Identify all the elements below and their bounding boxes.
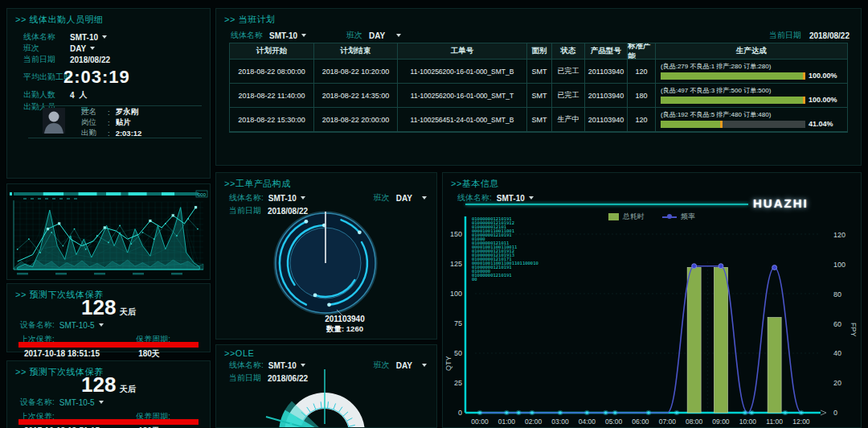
chevron-down-icon — [396, 34, 401, 37]
attendance-panel: >> 线体出勤人员明细 线体名称 SMT-10 班次 DAY 当前日期 2018… — [6, 8, 211, 179]
maintenance-panel-2: >> 预测下次线体保养 128 天后 设备名称: SMT-10-5 上次保养: … — [6, 360, 211, 428]
line-name-select[interactable]: SMT-10 — [269, 31, 306, 40]
composition-panel: >>工单产品构成 线体名称: SMT-10 班次 DAY 当前日期 2018/0… — [215, 172, 437, 340]
svg-text:120: 120 — [833, 231, 845, 239]
svg-text:100: 100 — [450, 290, 462, 298]
table-header-row: 计划开始 计划结束 工单号 面别 状态 产品型号 标准产能 生产达成 — [230, 43, 847, 60]
production-progress-bar — [661, 121, 805, 128]
production-progress-bar — [661, 97, 805, 104]
svg-text:09:00: 09:00 — [712, 418, 730, 426]
device-select[interactable]: SMT-10-5 — [59, 398, 104, 407]
chevron-down-icon — [90, 47, 95, 50]
attendance-title: >> 线体出勤人员明细 — [15, 14, 103, 26]
trend-decor-chart: 000 — [7, 184, 210, 279]
svg-text:FPY: FPY — [850, 323, 858, 337]
days-until-value: 128 — [81, 295, 116, 319]
svg-text:25: 25 — [454, 379, 462, 387]
person-attend-time: 2:03:12 — [116, 129, 142, 138]
svg-text:40: 40 — [833, 349, 841, 357]
production-progress-bar — [661, 72, 805, 80]
svg-text:0: 0 — [833, 409, 837, 417]
shift-label: 班次 — [23, 43, 70, 54]
svg-text:01:00: 01:00 — [498, 418, 516, 426]
svg-text:60: 60 — [833, 320, 841, 328]
ole-gauge — [216, 345, 436, 427]
trend-panel: 000 — [6, 183, 211, 280]
svg-text:04:00: 04:00 — [579, 418, 596, 426]
table-row: 2018-08-22 11:40:00 2018-08-22 14:35:00 … — [230, 84, 847, 108]
svg-text:125: 125 — [450, 260, 462, 268]
shift-plan-table: 计划开始 计划结束 工单号 面别 状态 产品型号 标准产能 生产达成 2018-… — [229, 43, 848, 133]
shift-plan-panel: >> 当班计划 线体名称 SMT-10 班次 DAY 当前日期 2018/08/… — [215, 8, 862, 166]
shift-select[interactable]: DAY — [70, 44, 95, 53]
person-position: 贴片 — [116, 117, 131, 128]
svg-text:150: 150 — [450, 230, 462, 238]
date-value: 2018/08/22 — [70, 56, 110, 64]
svg-text:50: 50 — [454, 349, 462, 357]
svg-text:0: 0 — [458, 409, 462, 417]
days-until-unit: 天后 — [120, 307, 136, 316]
shift-label: 班次 — [346, 30, 362, 41]
divider — [28, 105, 202, 106]
line-name-select[interactable]: SMT-10 — [70, 33, 107, 42]
device-select[interactable]: SMT-10-5 — [59, 321, 104, 330]
maintenance-panel-1: >> 预测下次线体保养 128 天后 设备名称: SMT-10-5 上次保养: … — [6, 283, 211, 352]
svg-text:QTY: QTY — [444, 356, 452, 371]
device-name-label: 设备名称: — [20, 397, 55, 408]
date-value: 2018/08/22 — [809, 31, 850, 40]
svg-text:80: 80 — [833, 290, 841, 298]
chevron-down-icon — [99, 401, 104, 404]
qty-fpy-chart: 00:0001:0002:0003:0004:0005:0006:0007:00… — [443, 173, 862, 428]
shift-plan-title: >> 当班计划 — [224, 14, 275, 26]
days-until-value: 128 — [81, 372, 116, 397]
svg-text:03:00: 03:00 — [551, 418, 569, 426]
product-code-label: 201103940 — [297, 315, 393, 323]
days-until-unit: 天后 — [120, 385, 136, 393]
svg-text:75: 75 — [454, 319, 462, 327]
svg-text:02:00: 02:00 — [525, 418, 542, 426]
svg-text:08:00: 08:00 — [686, 418, 703, 426]
person-avatar — [43, 108, 65, 137]
svg-text:12:00: 12:00 — [792, 418, 810, 426]
line-name-label: 线体名称 — [231, 30, 263, 41]
avg-hours-label: 平均出勤工时 — [23, 72, 63, 83]
svg-text:20: 20 — [833, 379, 841, 387]
table-row: 2018-08-22 15:30:00 2018-08-22 20:00:00 … — [230, 108, 847, 132]
maintenance-progress-bar — [18, 342, 199, 348]
status-badge: 已完工 — [552, 84, 585, 108]
status-badge: 已完工 — [552, 60, 585, 84]
basic-info-panel: >>基本信息 线体名称: SMT-10 HUAZHI 总耗时 频率 010000… — [442, 172, 862, 428]
chevron-down-icon — [99, 323, 104, 327]
svg-text:00:00: 00:00 — [471, 418, 489, 426]
chevron-down-icon — [102, 35, 107, 39]
divider — [28, 138, 202, 138]
device-name-label: 设备名称: — [20, 319, 55, 331]
person-name-label: 姓名 — [81, 107, 102, 117]
svg-text:100: 100 — [833, 261, 845, 269]
avg-hours-value: 2:03:19 — [63, 67, 130, 88]
svg-text:06:00: 06:00 — [632, 418, 649, 426]
dashboard: >> 线体出勤人员明细 线体名称 SMT-10 班次 DAY 当前日期 2018… — [0, 0, 868, 428]
svg-text:000: 000 — [198, 192, 207, 197]
svg-text:05:00: 05:00 — [605, 418, 623, 426]
product-qty-label: 数量: 1260 — [297, 324, 393, 335]
maintenance-progress-bar — [18, 419, 199, 425]
table-row: 2018-08-22 08:00:00 2018-08-22 10:20:00 … — [230, 60, 847, 84]
attend-count-label: 出勤人数 — [23, 89, 70, 101]
ole-panel: >>OLE 线体名称: SMT-10 班次 DAY 当前日期 2018/06/2… — [215, 344, 437, 428]
shift-select[interactable]: DAY — [369, 31, 401, 40]
person-position-label: 岗位 — [81, 117, 102, 128]
date-label: 当前日期 — [769, 30, 801, 41]
chevron-down-icon — [301, 34, 306, 37]
date-label: 当前日期 — [23, 54, 70, 65]
svg-text:10:00: 10:00 — [739, 418, 757, 426]
status-badge: 生产中 — [552, 108, 585, 132]
person-name: 罗永刚 — [116, 107, 139, 117]
line-name-label: 线体名称 — [23, 31, 70, 43]
svg-text:11:00: 11:00 — [766, 418, 783, 426]
svg-text:07:00: 07:00 — [659, 418, 677, 426]
